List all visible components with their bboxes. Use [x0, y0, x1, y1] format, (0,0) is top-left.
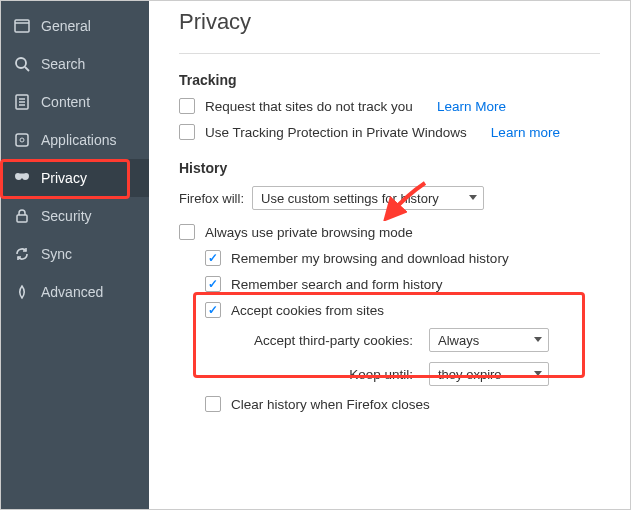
sidebar-item-label: Sync	[41, 246, 72, 262]
do-not-track-learn-more[interactable]: Learn More	[437, 99, 506, 114]
divider	[179, 53, 600, 54]
remember-browsing-checkbox[interactable]	[205, 250, 221, 266]
sidebar-item-security[interactable]: Security	[1, 197, 149, 235]
clear-on-close-checkbox[interactable]	[205, 396, 221, 412]
sidebar-item-sync[interactable]: Sync	[1, 235, 149, 273]
svg-point-2	[16, 58, 26, 68]
sidebar-item-label: Security	[41, 208, 92, 224]
sidebar-item-label: Search	[41, 56, 85, 72]
sidebar-item-label: Advanced	[41, 284, 103, 300]
history-heading: History	[179, 160, 600, 176]
general-icon	[13, 17, 31, 35]
remember-search-checkbox[interactable]	[205, 276, 221, 292]
sidebar-item-advanced[interactable]: Advanced	[1, 273, 149, 311]
svg-point-9	[20, 138, 24, 142]
sync-icon	[13, 245, 31, 263]
sidebar-item-label: General	[41, 18, 91, 34]
sidebar: General Search Content Applications Priv…	[1, 1, 149, 509]
content-panel: Privacy Tracking Request that sites do n…	[149, 1, 630, 509]
sidebar-item-general[interactable]: General	[1, 7, 149, 45]
clear-on-close-label: Clear history when Firefox closes	[231, 397, 430, 412]
firefox-will-label: Firefox will:	[179, 191, 244, 206]
do-not-track-checkbox[interactable]	[179, 98, 195, 114]
content-icon	[13, 93, 31, 111]
keep-until-label: Keep until:	[231, 367, 413, 382]
keep-until-value: they expire	[438, 367, 502, 382]
remember-browsing-label: Remember my browsing and download histor…	[231, 251, 509, 266]
tracking-heading: Tracking	[179, 72, 600, 88]
third-party-value: Always	[438, 333, 479, 348]
tracking-protection-learn-more[interactable]: Learn more	[491, 125, 560, 140]
keep-until-select[interactable]: they expire	[429, 362, 549, 386]
tracking-protection-label: Use Tracking Protection in Private Windo…	[205, 125, 467, 140]
page-title: Privacy	[179, 9, 600, 35]
lock-icon	[13, 207, 31, 225]
privacy-mask-icon	[13, 169, 31, 187]
always-private-label: Always use private browsing mode	[205, 225, 413, 240]
caret-down-icon	[469, 195, 477, 201]
applications-icon	[13, 131, 31, 149]
history-section: History Firefox will: Use custom setting…	[179, 160, 600, 412]
third-party-label: Accept third-party cookies:	[231, 333, 413, 348]
sidebar-item-privacy[interactable]: Privacy	[1, 159, 149, 197]
svg-rect-10	[17, 215, 27, 222]
caret-down-icon	[534, 337, 542, 343]
third-party-select[interactable]: Always	[429, 328, 549, 352]
tracking-protection-checkbox[interactable]	[179, 124, 195, 140]
sidebar-item-label: Applications	[41, 132, 117, 148]
sidebar-item-label: Privacy	[41, 170, 87, 186]
sidebar-item-content[interactable]: Content	[1, 83, 149, 121]
sidebar-item-applications[interactable]: Applications	[1, 121, 149, 159]
advanced-icon	[13, 283, 31, 301]
accept-cookies-checkbox[interactable]	[205, 302, 221, 318]
remember-search-label: Remember search and form history	[231, 277, 443, 292]
do-not-track-label: Request that sites do not track you	[205, 99, 413, 114]
firefox-will-select[interactable]: Use custom settings for history	[252, 186, 484, 210]
svg-line-3	[25, 67, 29, 71]
tracking-section: Tracking Request that sites do not track…	[179, 72, 600, 140]
caret-down-icon	[534, 371, 542, 377]
accept-cookies-label: Accept cookies from sites	[231, 303, 384, 318]
sidebar-item-search[interactable]: Search	[1, 45, 149, 83]
search-icon	[13, 55, 31, 73]
svg-rect-8	[16, 134, 28, 146]
sidebar-item-label: Content	[41, 94, 90, 110]
svg-rect-0	[15, 20, 29, 32]
always-private-checkbox[interactable]	[179, 224, 195, 240]
firefox-will-value: Use custom settings for history	[261, 191, 439, 206]
